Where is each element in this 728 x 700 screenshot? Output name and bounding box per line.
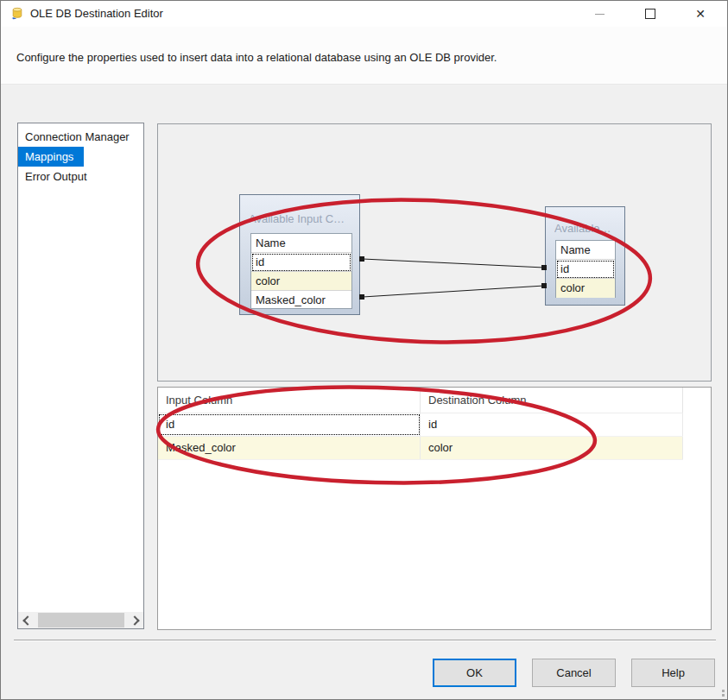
grid-row-masked-color: Masked_color color <box>158 437 683 460</box>
scrollbar-track <box>34 612 128 628</box>
help-button[interactable]: Help <box>631 659 715 687</box>
destination-column-id[interactable]: id <box>556 260 615 279</box>
maximize-button[interactable] <box>631 1 669 27</box>
grid-header-row: Input Column Destination Column <box>158 388 683 413</box>
description-banner: Configure the properties used to insert … <box>1 27 727 85</box>
source-column-color[interactable]: color <box>251 272 351 291</box>
source-column-id[interactable]: id <box>251 253 351 272</box>
close-button[interactable]: ✕ <box>681 1 719 27</box>
sidebar-horizontal-scrollbar[interactable] <box>18 612 143 628</box>
sidebar-item-mappings[interactable]: Mappings <box>18 147 84 167</box>
sidebar-item-connection-manager[interactable]: Connection Manager <box>18 127 143 147</box>
minimize-button[interactable] <box>580 1 618 27</box>
maximize-icon <box>645 9 655 19</box>
available-destination-columns-box: Available… Name id color <box>545 206 625 306</box>
cancel-button[interactable]: Cancel <box>532 659 616 687</box>
source-box-title: Available Input C… <box>249 212 345 225</box>
mapping-grid: Input Column Destination Column id id Ma… <box>157 387 712 630</box>
pages-listbox: Connection Manager Mappings Error Output <box>17 123 144 629</box>
database-icon <box>9 6 25 22</box>
sidebar-item-error-output[interactable]: Error Output <box>18 167 143 186</box>
grid-cell-destination-id[interactable]: id <box>421 413 683 436</box>
connection-id-to-id[interactable] <box>359 256 547 270</box>
resize-grip[interactable] <box>717 689 725 697</box>
connection-masked-color-to-color[interactable] <box>359 283 547 300</box>
footer-separator <box>14 640 716 641</box>
close-icon: ✕ <box>695 1 706 27</box>
window-title: OLE DB Destination Editor <box>30 1 163 27</box>
chevron-left-icon <box>22 615 32 625</box>
grid-cell-input-id[interactable]: id <box>158 413 421 436</box>
scroll-left-button[interactable] <box>18 612 34 628</box>
destination-box-title: Available… <box>554 222 611 235</box>
grid-row-id: id id <box>158 413 683 437</box>
grid-cell-input-masked-color[interactable]: Masked_color <box>158 437 421 459</box>
grid-header-destination-column: Destination Column <box>421 388 683 413</box>
mapping-diagram-panel: Available Input C… Name id color Masked_… <box>157 123 712 382</box>
destination-column-color[interactable]: color <box>556 279 615 298</box>
grid-header-input-column: Input Column <box>158 388 421 413</box>
available-input-columns-box: Available Input C… Name id color Masked_… <box>239 194 360 315</box>
source-column-masked-color[interactable]: Masked_color <box>251 291 351 310</box>
source-column-header: Name <box>251 234 351 253</box>
chevron-right-icon <box>130 615 139 625</box>
ok-button[interactable]: OK <box>433 659 516 687</box>
destination-column-header: Name <box>556 241 615 260</box>
scrollbar-thumb[interactable] <box>38 613 124 627</box>
destination-columns-table: Name id color <box>555 240 616 298</box>
ole-db-destination-editor-window: OLE DB Destination Editor ✕ Configure th… <box>0 0 728 700</box>
scroll-right-button[interactable] <box>128 612 143 628</box>
source-columns-table: Name id color Masked_color <box>250 233 352 309</box>
minimize-icon <box>595 14 605 15</box>
dialog-description: Configure the properties used to insert … <box>16 51 497 64</box>
grid-cell-destination-color[interactable]: color <box>421 437 683 459</box>
title-bar: OLE DB Destination Editor ✕ <box>1 1 727 27</box>
